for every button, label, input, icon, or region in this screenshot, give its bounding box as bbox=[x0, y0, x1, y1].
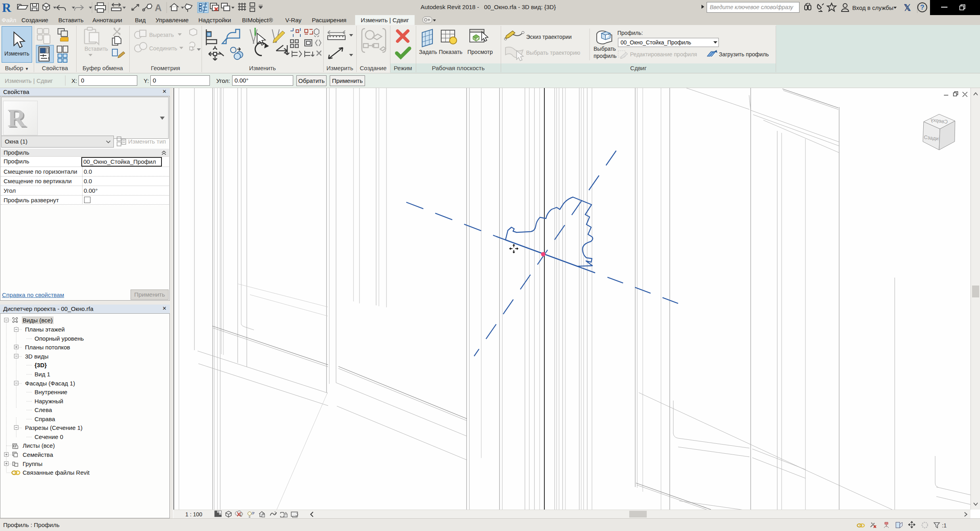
svg-text:профиль: профиль bbox=[594, 53, 617, 59]
svg-text:Профиль:: Профиль: bbox=[617, 30, 643, 36]
svg-text:Вставить: Вставить bbox=[85, 46, 108, 52]
svg-text:𝕏: 𝕏 bbox=[904, 3, 911, 13]
svg-text:A: A bbox=[155, 2, 161, 13]
svg-text:Задать: Задать bbox=[419, 49, 437, 55]
svg-text:Просмотр: Просмотр bbox=[467, 49, 493, 55]
svg-text:Загрузить профиль: Загрузить профиль bbox=[719, 51, 769, 58]
svg-text:Вырезать: Вырезать bbox=[149, 32, 174, 38]
svg-text:Показать: Показать bbox=[439, 49, 463, 55]
svg-text:R: R bbox=[8, 104, 26, 132]
svg-text:R: R bbox=[2, 0, 12, 15]
svg-text:Вход в службы: Вход в службы bbox=[852, 4, 894, 11]
svg-text:00_Окно_Стойка_Профиль: 00_Окно_Стойка_Профиль bbox=[621, 39, 691, 46]
svg-text:Выбрать: Выбрать bbox=[594, 46, 616, 52]
svg-text::1: :1 bbox=[942, 522, 947, 529]
svg-text:Соединить: Соединить bbox=[149, 45, 177, 52]
svg-text:Эскиз траектории: Эскиз траектории bbox=[526, 34, 572, 40]
svg-text:Редактирование профиля: Редактирование профиля bbox=[630, 51, 697, 58]
svg-text:Выбрать траекторию: Выбрать траекторию bbox=[526, 50, 580, 56]
